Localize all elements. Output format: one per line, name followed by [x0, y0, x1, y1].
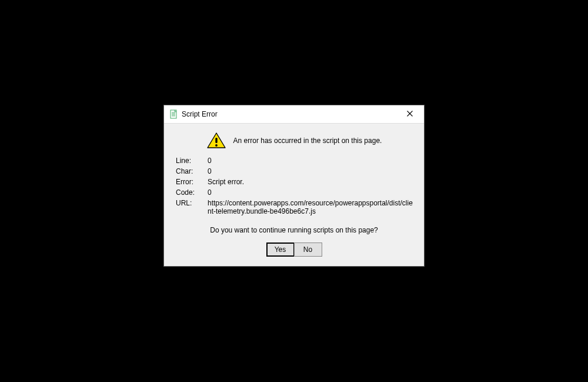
close-button[interactable] — [398, 106, 422, 122]
dialog-title: Script Error — [182, 110, 398, 118]
code-label: Code: — [176, 188, 202, 197]
warning-icon — [206, 132, 225, 150]
error-banner: An error has occurred in the script on t… — [175, 132, 413, 150]
error-value: Script error. — [208, 178, 413, 186]
error-details-grid: Line: 0 Char: 0 Error: Script error. Cod… — [176, 157, 413, 215]
error-label: Error: — [176, 178, 202, 186]
close-icon — [407, 110, 413, 118]
char-label: Char: — [176, 167, 202, 175]
line-label: Line: — [176, 157, 202, 165]
svg-rect-7 — [215, 138, 217, 143]
no-button[interactable]: No — [294, 243, 322, 257]
url-value: https://content.powerapps.com/resource/p… — [208, 199, 413, 215]
banner-text: An error has occurred in the script on t… — [233, 137, 382, 145]
line-value: 0 — [208, 157, 413, 165]
continue-question: Do you want to continue running scripts … — [175, 226, 413, 234]
url-label: URL: — [176, 199, 202, 215]
document-icon — [169, 109, 178, 119]
script-error-dialog: Script Error An error has occurred in th… — [163, 105, 425, 267]
svg-point-8 — [215, 144, 218, 147]
char-value: 0 — [208, 167, 413, 175]
yes-button[interactable]: Yes — [266, 243, 295, 257]
titlebar[interactable]: Script Error — [164, 105, 424, 123]
code-value: 0 — [208, 188, 413, 197]
dialog-body: An error has occurred in the script on t… — [164, 123, 424, 266]
button-row: Yes No — [175, 243, 413, 257]
